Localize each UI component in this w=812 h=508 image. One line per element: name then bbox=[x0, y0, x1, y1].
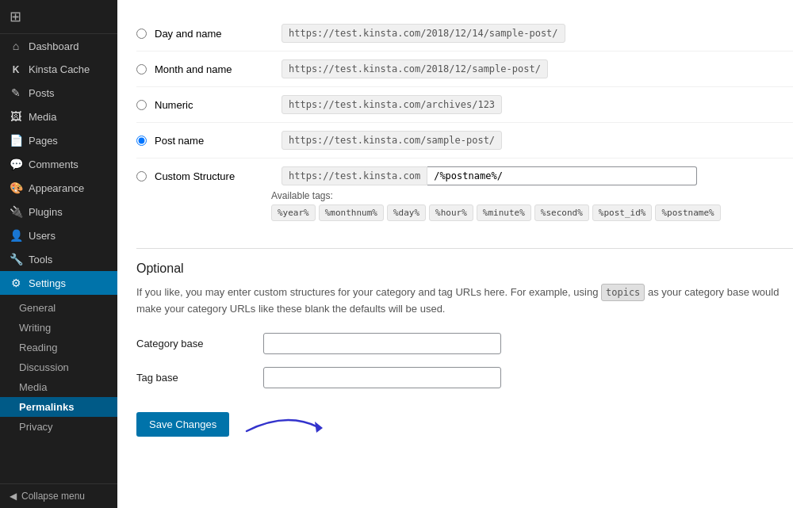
collapse-menu-button[interactable]: ◀ Collapse menu bbox=[0, 483, 117, 508]
sidebar-item-dashboard[interactable]: ⌂ Dashboard bbox=[0, 34, 117, 58]
permalink-label-custom: Custom Structure bbox=[155, 170, 282, 182]
sidebar-item-users[interactable]: 👤 Users bbox=[0, 223, 117, 247]
tag-post-id[interactable]: %post_id% bbox=[592, 204, 653, 221]
sidebar-logo: ⊞ bbox=[0, 0, 117, 34]
radio-post-name[interactable] bbox=[136, 136, 147, 146]
permalink-label-month-name: Month and name bbox=[155, 63, 282, 75]
tag-monthnum[interactable]: %monthnum% bbox=[319, 204, 384, 221]
sidebar-nav: ⌂ Dashboard K Kinsta Cache ✎ Posts 🖼 Med… bbox=[0, 34, 117, 437]
tools-icon: 🔧 bbox=[10, 253, 22, 265]
sidebar-item-tools[interactable]: 🔧 Tools bbox=[0, 247, 117, 271]
permalink-url-numeric: https://test.kinsta.com/archives/123 bbox=[282, 95, 502, 114]
pages-icon: 📄 bbox=[10, 134, 22, 147]
form-row-category-base: Category base bbox=[136, 333, 793, 354]
posts-icon: ✎ bbox=[10, 86, 22, 99]
kinsta-icon: K bbox=[10, 64, 22, 75]
sidebar-item-media[interactable]: 🖼 Media bbox=[0, 105, 117, 128]
sidebar-item-kinsta-cache[interactable]: K Kinsta Cache bbox=[0, 58, 117, 81]
users-icon: 👤 bbox=[10, 229, 22, 242]
optional-section: Optional If you like, you may enter cust… bbox=[136, 248, 793, 441]
tag-postname[interactable]: %postname% bbox=[655, 204, 720, 221]
custom-structure-top: Custom Structure https://test.kinsta.com bbox=[136, 166, 793, 185]
appearance-icon: 🎨 bbox=[10, 181, 22, 194]
sidebar-item-plugins[interactable]: 🔌 Plugins bbox=[0, 200, 117, 223]
custom-base-url: https://test.kinsta.com bbox=[282, 166, 427, 185]
permalink-row-month-name: Month and name https://test.kinsta.com/2… bbox=[136, 52, 793, 87]
collapse-icon: ◀ bbox=[10, 491, 17, 502]
form-row-tag-base: Tag base bbox=[136, 367, 793, 388]
tag-day[interactable]: %day% bbox=[387, 204, 426, 221]
category-base-input[interactable] bbox=[263, 333, 501, 354]
optional-description: If you like, you may enter custom struct… bbox=[136, 284, 793, 317]
radio-day-name[interactable] bbox=[136, 29, 147, 39]
tag-hour[interactable]: %hour% bbox=[429, 204, 473, 221]
save-row: Save Changes bbox=[136, 407, 793, 441]
sidebar-item-comments[interactable]: 💬 Comments bbox=[0, 152, 117, 176]
svg-marker-0 bbox=[315, 422, 323, 433]
sidebar-item-reading[interactable]: Reading bbox=[0, 338, 117, 357]
sidebar: ⊞ ⌂ Dashboard K Kinsta Cache ✎ Posts 🖼 M… bbox=[0, 0, 117, 508]
permalink-url-day-name: https://test.kinsta.com/2018/12/14/sampl… bbox=[282, 24, 565, 43]
permalink-row-custom: Custom Structure https://test.kinsta.com… bbox=[136, 159, 793, 229]
arrow-indicator bbox=[239, 407, 334, 441]
dashboard-icon: ⌂ bbox=[10, 40, 22, 52]
sidebar-item-posts[interactable]: ✎ Posts bbox=[0, 81, 117, 105]
topics-badge: topics bbox=[601, 284, 645, 301]
permalink-row-post-name: Post name https://test.kinsta.com/sample… bbox=[136, 123, 793, 159]
sidebar-item-general[interactable]: General bbox=[0, 298, 117, 318]
permalink-label-numeric: Numeric bbox=[155, 99, 282, 111]
radio-custom[interactable] bbox=[136, 171, 147, 181]
available-tags-label: Available tags: bbox=[271, 190, 793, 201]
radio-numeric[interactable] bbox=[136, 100, 147, 110]
sidebar-item-permalinks[interactable]: Permalinks bbox=[0, 397, 117, 417]
optional-title: Optional bbox=[136, 262, 793, 276]
permalink-url-month-name: https://test.kinsta.com/2018/12/sample-p… bbox=[282, 59, 548, 78]
sidebar-item-privacy[interactable]: Privacy bbox=[0, 417, 117, 437]
sidebar-item-appearance[interactable]: 🎨 Appearance bbox=[0, 176, 117, 200]
wordpress-icon: ⊞ bbox=[10, 8, 21, 25]
content-wrap: Day and name https://test.kinsta.com/201… bbox=[117, 0, 812, 508]
tag-second[interactable]: %second% bbox=[534, 204, 589, 221]
comments-icon: 💬 bbox=[10, 158, 22, 170]
radio-month-name[interactable] bbox=[136, 64, 147, 74]
tag-base-input[interactable] bbox=[263, 367, 501, 388]
sidebar-item-writing[interactable]: Writing bbox=[0, 318, 117, 338]
tags-row: %year% %monthnum% %day% %hour% %minute% … bbox=[271, 204, 793, 221]
sidebar-item-settings[interactable]: ⚙ Settings bbox=[0, 271, 117, 295]
media-icon: 🖼 bbox=[10, 110, 22, 123]
sidebar-item-media-sub[interactable]: Media bbox=[0, 377, 117, 397]
category-base-label: Category base bbox=[136, 338, 263, 349]
settings-icon: ⚙ bbox=[10, 277, 22, 289]
tag-minute[interactable]: %minute% bbox=[477, 204, 531, 221]
permalink-url-post-name: https://test.kinsta.com/sample-post/ bbox=[282, 131, 502, 150]
permalink-label-day-name: Day and name bbox=[155, 28, 282, 40]
tag-year[interactable]: %year% bbox=[271, 204, 316, 221]
permalink-row-day-name: Day and name https://test.kinsta.com/201… bbox=[136, 16, 793, 52]
permalink-row-numeric: Numeric https://test.kinsta.com/archives… bbox=[136, 87, 793, 123]
sidebar-item-discussion[interactable]: Discussion bbox=[0, 357, 117, 377]
settings-sub-menu: General Writing Reading Discussion Media… bbox=[0, 298, 117, 437]
permalink-label-post-name: Post name bbox=[155, 135, 282, 147]
arrow-svg bbox=[239, 407, 334, 439]
custom-structure-input[interactable] bbox=[427, 166, 697, 185]
main-content: Day and name https://test.kinsta.com/201… bbox=[117, 0, 812, 508]
plugins-icon: 🔌 bbox=[10, 205, 22, 218]
save-changes-button[interactable]: Save Changes bbox=[136, 412, 229, 437]
tag-base-label: Tag base bbox=[136, 372, 263, 384]
sidebar-item-pages[interactable]: 📄 Pages bbox=[0, 128, 117, 152]
